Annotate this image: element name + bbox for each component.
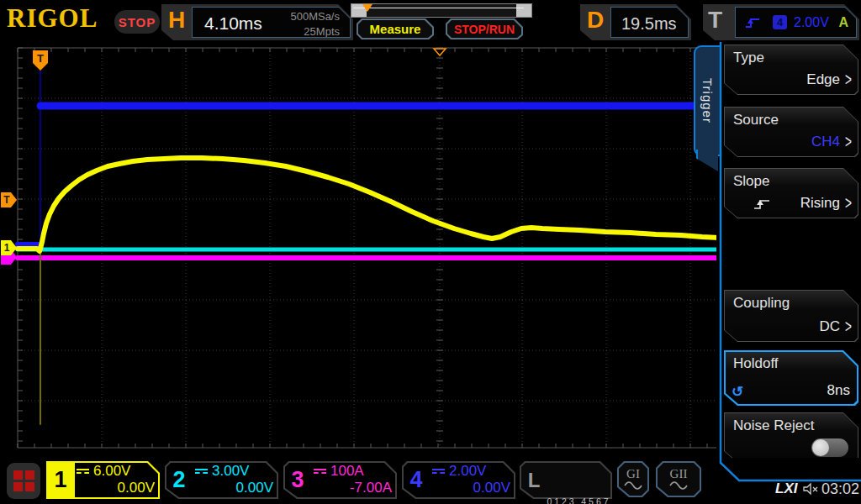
menu-item-type[interactable]: Type Edge >: [724, 45, 858, 95]
overview-zigzag: [351, 5, 530, 16]
generator-1-button[interactable]: GI: [617, 461, 649, 497]
dc-coupling-icon: [77, 469, 89, 474]
memory-depth: 25Mpts: [290, 24, 340, 39]
channel-1-offset: 0.00V: [77, 480, 155, 497]
delay-panel[interactable]: D 19.5ms: [580, 4, 691, 40]
stop-run-button[interactable]: STOP/RUN: [446, 18, 523, 39]
clock: 03:02: [821, 480, 859, 498]
menu-item-source[interactable]: Source CH4 >: [724, 107, 858, 157]
channel-2-block[interactable]: 2 3.00V 0.00V: [165, 461, 278, 499]
menu-item-coupling[interactable]: Coupling DC >: [724, 290, 858, 342]
ch1-zero-marker-label: 1: [4, 242, 10, 254]
acquisition-rates: 500MSa/s 25Mpts: [290, 9, 340, 39]
channel-2-scale: 3.00V: [212, 463, 249, 480]
trace-ch1: [18, 158, 719, 251]
chevron-right-icon: >: [845, 71, 852, 92]
channel-4-offset: 0.00V: [432, 480, 510, 497]
channel-4-block[interactable]: 4 2.00V 0.00V: [402, 461, 515, 499]
horizontal-panel[interactable]: H 4.10ms 500MSa/s 25Mpts: [161, 4, 353, 40]
channel-3-number: 3: [283, 461, 312, 499]
speaker-muted-icon: [802, 482, 819, 496]
digital-channel-numbers: 0 1 2 3 4 5 6 7 8 9 10 11 12 13 14 15: [547, 465, 609, 497]
delay-position-marker[interactable]: [434, 49, 446, 55]
channel-3-block[interactable]: 3 100A -7.00A: [283, 461, 397, 499]
run-state-label: STOP: [119, 15, 156, 29]
bottom-bar: 1 6.00V 0.00V 2 3.00V 0.00V 3: [0, 458, 861, 504]
channel-3-scale: 100A: [330, 463, 364, 480]
channel-4-scale: 2.00V: [449, 463, 486, 480]
trigger-level-marker-label: T: [3, 194, 10, 206]
trigger-status-panel[interactable]: T 4 2.00V A: [703, 4, 859, 40]
menu-item-holdoff[interactable]: Holdoff ↺ 8ns: [724, 350, 858, 406]
chevron-right-icon: >: [845, 194, 852, 215]
overview-position-marker[interactable]: [362, 4, 372, 12]
chevron-right-icon: >: [845, 318, 852, 339]
trigger-source-badge: 4: [773, 15, 787, 29]
channel-1-number: 1: [46, 461, 75, 499]
trigger-menu: Trigger Type Edge > Source CH4 > Slope R…: [716, 42, 861, 504]
channel-2-offset: 0.00V: [195, 480, 273, 497]
dc-coupling-icon: [314, 469, 326, 474]
sample-rate: 500MSa/s: [290, 9, 340, 24]
menu-item-slope[interactable]: Slope Rising >: [724, 168, 858, 218]
noise-reject-toggle[interactable]: [811, 438, 848, 457]
trigger-level-value: 2.00V: [794, 15, 829, 30]
rising-slope-icon: [753, 197, 771, 211]
grid-icon: [13, 470, 34, 491]
dc-coupling-icon: [195, 469, 208, 474]
generator-2-button[interactable]: GII: [656, 461, 701, 497]
menu-item-noise-reject[interactable]: Noise Reject: [724, 412, 858, 463]
top-bar: RIGOL STOP H 4.10ms 500MSa/s 25Mpts: [0, 0, 861, 44]
run-state-indicator: STOP: [114, 10, 160, 34]
chevron-right-icon: >: [845, 133, 852, 154]
sine-wave-icon: [623, 480, 643, 491]
channel-1-block[interactable]: 1 6.00V 0.00V: [46, 461, 160, 499]
timebase-value: 4.10ms: [204, 13, 262, 34]
horizontal-badge: H: [168, 7, 185, 34]
dc-coupling-icon: [432, 469, 445, 474]
logic-analyzer-block[interactable]: L 0 1 2 3 4 5 6 7 8 9 10 11 12 13 14 15: [520, 461, 612, 499]
channel-2-number: 2: [165, 461, 193, 499]
trigger-mode: A: [838, 15, 848, 30]
sine-wave-icon: [668, 480, 689, 491]
main-menu-button[interactable]: [7, 463, 40, 499]
channel-3-offset: -7.00A: [314, 480, 392, 497]
logic-badge: L: [523, 461, 545, 499]
measure-button[interactable]: Measure: [357, 18, 434, 39]
delay-value: 19.5ms: [621, 14, 677, 34]
delay-badge: D: [587, 7, 604, 34]
oscilloscope-screen: T1T RIGOL STOP H 4.10ms 500MSa/s 25Mpts: [0, 0, 861, 504]
rigol-logo: RIGOL: [7, 3, 98, 34]
trigger-slope-icon: [744, 16, 761, 29]
trigger-menu-tab-label: Trigger: [700, 78, 715, 123]
trigger-position-flag-label: T: [37, 52, 44, 65]
multifunction-knob-icon: ↺: [732, 383, 743, 401]
channel-4-number: 4: [402, 461, 430, 499]
channel-1-scale: 6.00V: [93, 463, 130, 480]
trigger-badge: T: [708, 7, 722, 34]
waveform-overview-strip[interactable]: [351, 3, 532, 18]
lxi-label: LXI: [775, 480, 797, 497]
trigger-menu-tab[interactable]: Trigger: [694, 45, 720, 156]
